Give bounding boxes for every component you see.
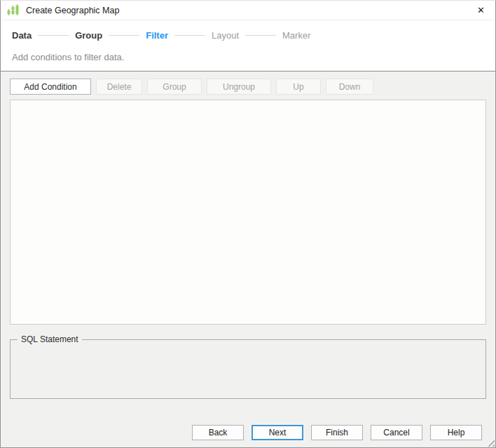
- sql-statement-group: SQL Statement: [10, 339, 486, 399]
- wizard-step-marker[interactable]: Marker: [282, 30, 310, 41]
- step-connector: [174, 35, 205, 36]
- step-connector: [109, 35, 139, 36]
- back-button[interactable]: Back: [192, 425, 244, 440]
- create-geographic-map-dialog: Create Geographic Map ✕ Data Group Filte…: [0, 0, 496, 448]
- close-icon[interactable]: ✕: [472, 5, 490, 15]
- help-button[interactable]: Help: [430, 425, 482, 440]
- wizard-step-layout[interactable]: Layout: [212, 30, 239, 41]
- step-connector: [245, 35, 276, 36]
- step-description: Add conditions to filter data.: [12, 52, 484, 63]
- step-connector: [38, 35, 69, 36]
- window-title: Create Geographic Map: [26, 6, 119, 15]
- down-button[interactable]: Down: [326, 79, 373, 95]
- up-button[interactable]: Up: [276, 79, 321, 95]
- filter-toolbar: Add Condition Delete Group Ungroup Up Do…: [10, 79, 486, 95]
- wizard-step-data[interactable]: Data: [12, 30, 32, 41]
- next-button[interactable]: Next: [252, 425, 303, 440]
- titlebar: Create Geographic Map ✕: [1, 1, 495, 20]
- cancel-button[interactable]: Cancel: [371, 425, 422, 440]
- wizard-header: Data Group Filter Layout Marker Add cond…: [1, 20, 495, 72]
- sql-statement-content: [11, 340, 485, 398]
- filter-conditions-list[interactable]: [10, 100, 486, 325]
- group-button[interactable]: Group: [147, 79, 202, 95]
- delete-button[interactable]: Delete: [96, 79, 142, 95]
- wizard-steps: Data Group Filter Layout Marker: [12, 29, 484, 41]
- add-condition-button[interactable]: Add Condition: [10, 79, 91, 95]
- ungroup-button[interactable]: Ungroup: [207, 79, 271, 95]
- wizard-step-filter[interactable]: Filter: [146, 30, 168, 41]
- dialog-body: Add Condition Delete Group Ungroup Up Do…: [1, 72, 495, 448]
- sql-statement-label: SQL Statement: [18, 334, 82, 345]
- app-icon: [7, 4, 20, 17]
- dialog-footer-buttons: Back Next Finish Cancel Help: [10, 425, 486, 440]
- finish-button[interactable]: Finish: [311, 425, 363, 440]
- wizard-step-group[interactable]: Group: [75, 30, 102, 41]
